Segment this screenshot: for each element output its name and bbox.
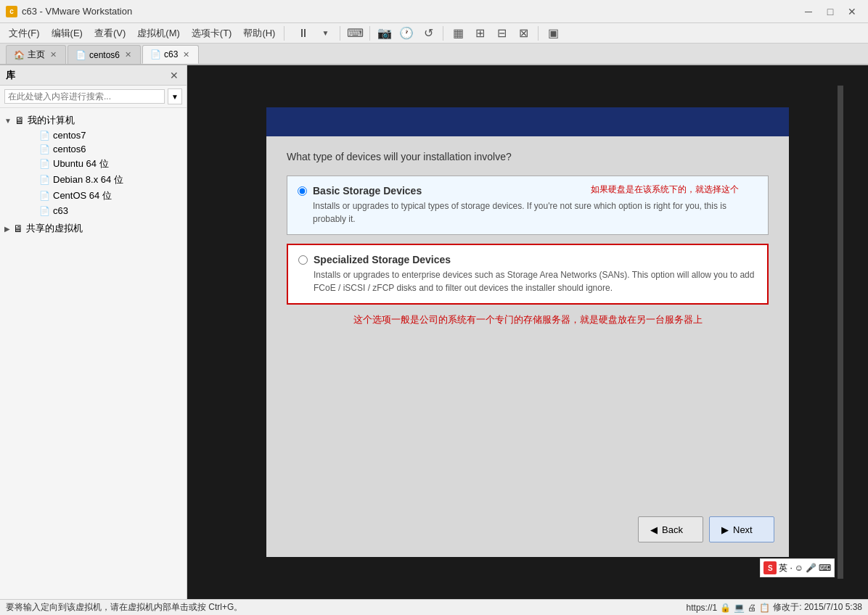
menu-bar: 文件(F) 编辑(E) 查看(V) 虚拟机(M) 选项卡(T) 帮助(H) ⏸ … bbox=[0, 23, 868, 44]
vm-icon-c63: 📄 bbox=[39, 206, 50, 216]
search-bar: ▼ bbox=[0, 86, 187, 108]
vm-label-debian: Debian 8.x 64 位 bbox=[53, 173, 123, 186]
sidebar-tree: ▼ 🖥 我的计算机 📄 centos7 📄 centos6 📄 bbox=[0, 108, 187, 599]
unity-button[interactable]: ⊞ bbox=[470, 25, 490, 42]
basic-storage-option[interactable]: Basic Storage Devices Installs or upgrad… bbox=[287, 176, 769, 235]
tree-group-mycomputer: ▼ 🖥 我的计算机 📄 centos7 📄 centos6 📄 bbox=[0, 111, 187, 219]
vm-icon-centos6: 📄 bbox=[39, 144, 50, 154]
main-layout: 库 ✕ ▼ ▼ 🖥 我的计算机 📄 centos7 bbox=[0, 65, 868, 599]
specialized-option-title: Specialized Storage Devices bbox=[314, 254, 757, 265]
c63-icon: 📄 bbox=[150, 49, 161, 59]
menu-edit[interactable]: 编辑(E) bbox=[46, 25, 89, 42]
search-input[interactable] bbox=[4, 89, 165, 104]
status-icon-3: 🖨 bbox=[748, 603, 756, 613]
specialized-option-header: Specialized Storage Devices Installs or … bbox=[298, 254, 757, 294]
maximize-button[interactable]: □ bbox=[820, 4, 840, 19]
back-label: Back bbox=[662, 524, 683, 535]
vm-label-c63: c63 bbox=[53, 205, 68, 216]
minimize-button[interactable]: ─ bbox=[798, 4, 819, 19]
sidebar-item-debian[interactable]: 📄 Debian 8.x 64 位 bbox=[9, 172, 187, 188]
toolbar-sep2 bbox=[369, 26, 370, 41]
tab-c63-label: c63 bbox=[164, 49, 178, 59]
status-bar: 要将输入定向到该虚拟机，请在虚拟机内部单击或按 Ctrl+G。 https://… bbox=[0, 599, 868, 615]
menu-vm[interactable]: 虚拟机(M) bbox=[131, 25, 186, 42]
sidebar-item-centos64[interactable]: 📄 CentOS 64 位 bbox=[9, 188, 187, 204]
status-icon-2: 💻 bbox=[734, 603, 745, 613]
centos6-icon: 📄 bbox=[75, 50, 86, 60]
basic-option-text: Basic Storage Devices Installs or upgrad… bbox=[313, 185, 758, 226]
close-button[interactable]: ✕ bbox=[842, 4, 862, 19]
computer-icon: 🖥 bbox=[15, 115, 25, 126]
annotation-specialized: 这个选项一般是公司的系统有一个专门的存储服务器，就是硬盘放在另一台服务器上 bbox=[287, 313, 769, 326]
view2-button[interactable]: ⊟ bbox=[491, 25, 512, 42]
toolbar: ⏸ ▼ ⌨ 📷 🕐 ↺ ▦ ⊞ ⊟ ⊠ ▣ bbox=[293, 25, 563, 42]
specialized-storage-option[interactable]: Specialized Storage Devices Installs or … bbox=[287, 244, 769, 305]
menu-help[interactable]: 帮助(H) bbox=[237, 25, 281, 42]
tab-c63[interactable]: 📄 c63 ✕ bbox=[142, 45, 199, 64]
status-url: https://1 bbox=[687, 603, 718, 613]
content-area[interactable]: What type of devices will your installat… bbox=[187, 65, 868, 599]
pause-button[interactable]: ⏸ bbox=[293, 25, 314, 42]
window-title: c63 - VMware Workstation bbox=[22, 6, 798, 17]
toolbar-sep4 bbox=[538, 26, 539, 41]
basic-option-title: Basic Storage Devices bbox=[313, 185, 758, 197]
tab-centos6-close[interactable]: ✕ bbox=[123, 50, 133, 60]
toolbar-sep3 bbox=[443, 26, 443, 41]
view4-button[interactable]: ▣ bbox=[543, 25, 563, 42]
search-dropdown[interactable]: ▼ bbox=[168, 88, 182, 104]
sidebar-item-ubuntu[interactable]: 📄 Ubuntu 64 位 bbox=[9, 156, 187, 172]
status-left-text: 要将输入定向到该虚拟机，请在虚拟机内部单击或按 Ctrl+G。 bbox=[6, 601, 242, 614]
snapshot-button[interactable]: 📷 bbox=[374, 25, 395, 42]
revert-button[interactable]: ↺ bbox=[418, 25, 438, 42]
fullscreen-button[interactable]: ▦ bbox=[448, 25, 468, 42]
menu-separator bbox=[284, 26, 284, 41]
shared-label: 共享的虚拟机 bbox=[26, 222, 83, 235]
toolbar-sep1 bbox=[340, 26, 340, 41]
back-button[interactable]: ◀ Back bbox=[638, 516, 703, 542]
window-controls: ─ □ ✕ bbox=[798, 4, 862, 19]
sidebar: 库 ✕ ▼ ▼ 🖥 我的计算机 📄 centos7 bbox=[0, 65, 187, 599]
pause-dropdown[interactable]: ▼ bbox=[315, 25, 335, 42]
tree-expand-shared-icon: ▶ bbox=[4, 225, 10, 233]
ime-sep1: · bbox=[790, 563, 792, 573]
menu-view[interactable]: 查看(V) bbox=[89, 25, 131, 42]
snapshot2-button[interactable]: 🕐 bbox=[396, 25, 417, 42]
installer-footer: ◀ Back ▶ Next bbox=[638, 516, 774, 542]
status-icon-1: 🔒 bbox=[720, 603, 731, 613]
basic-radio[interactable] bbox=[298, 186, 307, 196]
next-label: Next bbox=[733, 524, 753, 535]
tab-centos6[interactable]: 📄 centos6 ✕ bbox=[67, 45, 141, 64]
tree-group-header-mycomputer[interactable]: ▼ 🖥 我的计算机 bbox=[0, 112, 187, 128]
tab-c63-close[interactable]: ✕ bbox=[181, 49, 191, 59]
menu-file[interactable]: 文件(F) bbox=[3, 25, 46, 42]
vm-label-centos6: centos6 bbox=[53, 144, 86, 154]
tab-centos6-label: centos6 bbox=[89, 50, 120, 60]
tree-group-header-shared[interactable]: ▶ 🖥 共享的虚拟机 bbox=[0, 220, 187, 236]
sidebar-close-button[interactable]: ✕ bbox=[168, 69, 181, 82]
vm-label-ubuntu: Ubuntu 64 位 bbox=[53, 157, 109, 170]
basic-option-desc: Installs or upgrades to typical types of… bbox=[313, 199, 758, 226]
sidebar-item-c63[interactable]: 📄 c63 bbox=[9, 204, 187, 218]
tab-home-close[interactable]: ✕ bbox=[48, 50, 58, 60]
view3-button[interactable]: ⊠ bbox=[513, 25, 533, 42]
home-icon: 🏠 bbox=[14, 50, 25, 60]
title-bar: c c63 - VMware Workstation ─ □ ✕ bbox=[0, 0, 868, 23]
tree-vm-list: 📄 centos7 📄 centos6 📄 Ubuntu 64 位 📄 Debi… bbox=[0, 128, 187, 218]
specialized-radio[interactable] bbox=[298, 255, 308, 265]
status-icon-4: 📋 bbox=[759, 603, 770, 613]
vm-icon-centos7: 📄 bbox=[39, 131, 50, 141]
next-button[interactable]: ▶ Next bbox=[709, 516, 774, 542]
vm-label-centos7: centos7 bbox=[53, 130, 86, 141]
sidebar-item-centos7[interactable]: 📄 centos7 bbox=[9, 128, 187, 142]
send-ctrl-alt-del[interactable]: ⌨ bbox=[345, 25, 365, 42]
ime-mic: 🎤 bbox=[806, 563, 816, 573]
menu-tabs[interactable]: 选项卡(T) bbox=[186, 25, 238, 42]
sidebar-item-centos6[interactable]: 📄 centos6 bbox=[9, 142, 187, 156]
vm-screen[interactable]: What type of devices will your installat… bbox=[212, 86, 843, 579]
vm-icon-debian: 📄 bbox=[39, 175, 50, 185]
installer-header bbox=[266, 107, 789, 136]
tab-home[interactable]: 🏠 主页 ✕ bbox=[6, 45, 66, 64]
back-arrow-icon: ◀ bbox=[650, 524, 658, 535]
vm-icon-ubuntu: 📄 bbox=[39, 159, 50, 169]
scrollbar[interactable] bbox=[838, 86, 843, 579]
